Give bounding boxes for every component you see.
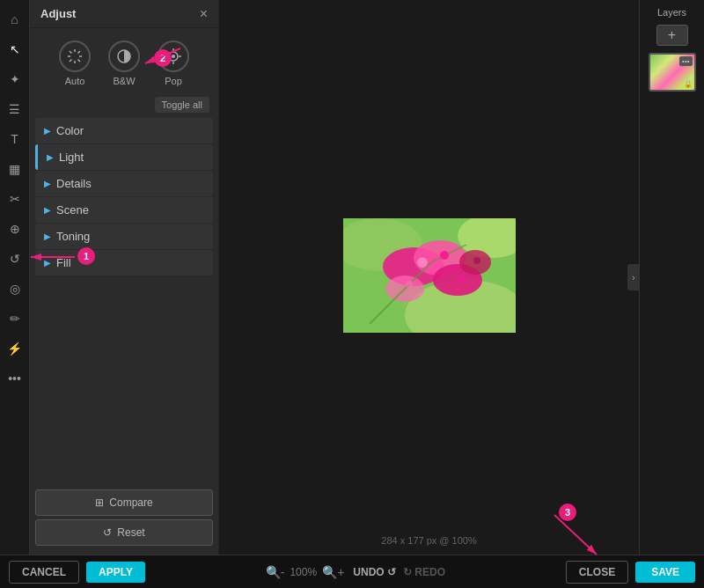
auto-label: Auto [65, 76, 85, 86]
close-button[interactable]: CLOSE [566, 561, 628, 584]
pop-label: Pop [165, 76, 182, 86]
chevron-fill-icon: ▶ [44, 258, 51, 268]
accordion-list: ▶ Color ▶ Light ▶ Details ▶ Scene [30, 118, 218, 276]
plus-icon: + [668, 27, 676, 43]
circle-icon[interactable]: ◎ [3, 276, 27, 301]
bottom-bar: CANCEL APPLY 🔍- 100% 🔍+ UNDO ↺ ↻ REDO CL… [0, 555, 704, 588]
flower-image [343, 218, 516, 333]
adjustments-icon[interactable]: ⊕ [3, 217, 27, 241]
svg-line-4 [70, 51, 72, 54]
bw-label: B&W [113, 76, 135, 86]
fill-label: Fill [56, 256, 71, 269]
compare-label: Compare [109, 496, 152, 509]
compare-icon: ⊞ [95, 496, 104, 509]
history-icon[interactable]: ↺ [3, 246, 27, 271]
auto-icon [59, 40, 91, 72]
adjust-header: Adjust × [30, 0, 218, 28]
preset-row: Auto B&W [30, 28, 218, 93]
canvas-image-wrapper [343, 218, 516, 336]
reset-button[interactable]: ↺ Reset [35, 519, 213, 546]
action-buttons: ⊞ Compare ↺ Reset [30, 481, 218, 555]
magic-icon[interactable]: ✦ [3, 67, 27, 92]
bw-icon [108, 40, 140, 72]
chevron-color-icon: ▶ [44, 126, 51, 136]
more-icon[interactable]: ••• [3, 366, 27, 391]
chevron-toning-icon: ▶ [44, 232, 51, 241]
scene-label: Scene [56, 203, 89, 217]
menu-icon[interactable]: ☰ [3, 97, 27, 121]
accordion-color[interactable]: ▶ Color [35, 118, 213, 143]
bottom-right: CLOSE SAVE [566, 561, 695, 584]
bottom-center: 🔍- 100% 🔍+ UNDO ↺ ↻ REDO [266, 565, 445, 579]
accordion-fill[interactable]: ▶ Fill [35, 250, 213, 276]
svg-point-27 [440, 251, 449, 260]
undo-button[interactable]: UNDO ↺ [353, 566, 396, 578]
save-button[interactable]: SAVE [635, 562, 695, 583]
cancel-button[interactable]: CANCEL [9, 561, 79, 584]
accordion-light[interactable]: ▶ Light [35, 144, 213, 170]
accordion-scene[interactable]: ▶ Scene [35, 197, 213, 223]
redo-label: REDO [414, 566, 445, 578]
svg-line-7 [70, 60, 72, 62]
zoom-in-icon[interactable]: 🔍+ [322, 565, 344, 579]
scissors-icon[interactable]: ✂ [3, 187, 27, 211]
layer-lock-icon: 🔒 [684, 80, 693, 88]
svg-point-26 [417, 257, 428, 268]
zoom-value: 100% [290, 566, 317, 578]
accordion-toning[interactable]: ▶ Toning [35, 224, 213, 249]
image-info: 284 x 177 px @ 100% [381, 535, 476, 546]
layer-thumbnail[interactable]: ••• 🔒 [649, 53, 696, 92]
toggle-all-button[interactable]: Toggle all [155, 97, 209, 113]
canvas-area: 284 x 177 px @ 100% [219, 0, 639, 555]
color-label: Color [56, 124, 84, 137]
pencil-icon[interactable]: ✏ [3, 306, 27, 331]
grid-icon[interactable]: ▦ [3, 157, 27, 181]
left-toolbar: ⌂ ↖ ✦ ☰ T ▦ ✂ ⊕ ↺ ◎ ✏ ⚡ ••• [0, 0, 30, 555]
toning-label: Toning [56, 230, 90, 243]
svg-point-10 [172, 55, 175, 58]
svg-line-5 [78, 60, 81, 62]
apply-button[interactable]: APPLY [86, 562, 145, 583]
redo-arrow-icon: ↻ [403, 566, 414, 578]
chevron-scene-icon: ▶ [44, 205, 51, 215]
accordion-details[interactable]: ▶ Details [35, 171, 213, 196]
zoom-control: 🔍- 100% 🔍+ [266, 565, 345, 579]
layers-title: Layers [657, 4, 686, 21]
bottom-left: CANCEL APPLY [9, 561, 145, 584]
preset-auto-button[interactable]: Auto [59, 40, 91, 86]
details-label: Details [56, 177, 92, 190]
svg-line-6 [78, 51, 81, 54]
chevron-details-icon: ▶ [44, 179, 51, 188]
reset-label: Reset [117, 526, 144, 539]
cursor-icon[interactable]: ↖ [3, 37, 27, 62]
undo-redo: UNDO ↺ ↻ REDO [353, 566, 445, 578]
undo-arrow-icon: ↺ [387, 566, 396, 578]
reset-icon: ↺ [103, 526, 112, 539]
adjust-title: Adjust [40, 7, 76, 20]
adjust-panel: Adjust × Auto [30, 0, 219, 555]
redo-button[interactable]: ↻ REDO [403, 566, 445, 578]
preset-pop-button[interactable]: Pop [158, 40, 189, 86]
toggle-all-row: Toggle all [30, 93, 218, 118]
pop-icon [158, 40, 189, 72]
lightning-icon[interactable]: ⚡ [3, 336, 27, 361]
home-icon[interactable]: ⌂ [3, 7, 27, 32]
layer-options-icon[interactable]: ••• [679, 56, 692, 66]
undo-label: UNDO [353, 566, 384, 578]
layers-add-button[interactable]: + [656, 25, 688, 46]
light-label: Light [59, 151, 84, 164]
compare-button[interactable]: ⊞ Compare [35, 489, 213, 516]
collapse-right-button[interactable]: › [627, 264, 640, 290]
adjust-close-button[interactable]: × [200, 7, 208, 21]
chevron-light-icon: ▶ [47, 152, 54, 162]
svg-point-28 [458, 274, 466, 283]
svg-point-29 [406, 281, 413, 288]
text-icon[interactable]: T [3, 127, 27, 151]
svg-point-30 [473, 257, 480, 264]
preset-bw-button[interactable]: B&W [108, 40, 140, 86]
right-panel: Layers + ••• 🔒 › [639, 0, 704, 555]
zoom-out-icon[interactable]: 🔍- [266, 565, 285, 579]
